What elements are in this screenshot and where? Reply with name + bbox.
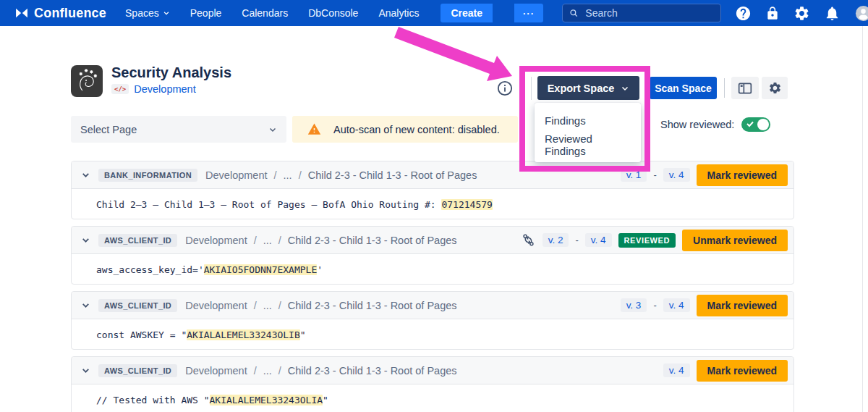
finding-actions: v. 2 - v. 4 REVIEWED Unmark reviewed — [521, 230, 788, 251]
nav-item-spaces[interactable]: Spaces — [125, 7, 170, 19]
nav-item-calendars[interactable]: Calendars — [242, 7, 288, 19]
collapse-chevron-icon[interactable] — [81, 235, 90, 245]
brand-name: Confluence — [34, 6, 106, 21]
breadcrumb: Development / ... / Child 2-3 - Child 1-… — [185, 235, 456, 246]
finding-type-badge: AWS_CLIENT_ID — [98, 234, 177, 247]
show-reviewed-label: Show reviewed: — [660, 119, 734, 130]
page-title: Security Analysis — [111, 64, 231, 81]
breadcrumb: Development / ... / Child 2-3 - Child 1-… — [185, 300, 456, 311]
scrollbar-track-edge — [862, 26, 863, 412]
search-icon — [569, 8, 578, 18]
chevron-down-icon — [621, 84, 629, 93]
info-icon[interactable] — [497, 80, 513, 96]
nav-menu: Spaces People Calendars DbConsole Analyt… — [125, 4, 543, 22]
finding-snippet: aws_access_key_id='AKIAIO5FODNN7EXAMPLE' — [72, 254, 793, 285]
highlighted-secret: AKIALALEMEL33243OLIA — [210, 395, 323, 405]
version-chip[interactable]: v. 3 — [621, 298, 647, 312]
mark-reviewed-button[interactable]: Mark reviewed — [697, 295, 788, 316]
version-chip[interactable]: v. 2 — [542, 233, 569, 247]
finding-group: AWS_CLIENT_ID Development / ... / Child … — [71, 356, 794, 412]
space-settings-button[interactable] — [762, 77, 788, 99]
space-link-development[interactable]: Development — [134, 83, 195, 95]
header-divider — [724, 78, 725, 98]
space-breadcrumb: </> Development — [111, 83, 196, 95]
top-nav: Confluence Spaces People Calendars DbCon… — [0, 0, 868, 26]
unmark-reviewed-button[interactable]: Unmark reviewed — [682, 230, 788, 251]
nav-item-people[interactable]: People — [190, 7, 222, 19]
reviewed-badge: REVIEWED — [618, 233, 676, 248]
autoscan-warning-banner: Auto-scan of new content: disabled. — [292, 116, 518, 143]
lock-icon[interactable] — [765, 5, 780, 22]
gear-icon[interactable] — [793, 5, 810, 22]
nav-more-button[interactable]: ··· — [514, 4, 543, 22]
sidebar-layout-button[interactable] — [731, 77, 759, 99]
sidebar-layout-icon — [738, 82, 752, 95]
select-page-dropdown[interactable]: Select Page — [71, 116, 286, 143]
create-button[interactable]: Create — [441, 4, 493, 22]
code-space-icon: </> — [111, 84, 129, 94]
finding-actions: v. 3 - v. 4 Mark reviewed — [621, 295, 788, 316]
version-chip[interactable]: v. 4 — [663, 168, 690, 182]
highlighted-secret: AKIALALEMEL33243OLIB — [187, 329, 300, 340]
user-avatar[interactable] — [854, 5, 868, 22]
search-input[interactable] — [584, 7, 714, 20]
finding-actions: v. 4 Mark reviewed — [663, 360, 788, 382]
menu-item-findings[interactable]: Findings — [535, 109, 641, 133]
toggle-knob — [757, 119, 769, 130]
nav-right — [562, 4, 868, 22]
breadcrumb: Development / ... / Child 2-3 - Child 1-… — [205, 169, 477, 181]
finding-type-badge: BANK_INFORMATION — [98, 169, 197, 182]
confluence-security-analysis-page: Confluence Spaces People Calendars DbCon… — [0, 0, 868, 412]
export-space-menu: Findings Reviewed Findings — [535, 103, 641, 162]
collapse-chevron-icon[interactable] — [81, 170, 90, 180]
collapse-chevron-icon[interactable] — [81, 366, 90, 375]
show-reviewed-control: Show reviewed: — [660, 117, 770, 132]
confluence-logo-icon — [14, 6, 29, 20]
mark-reviewed-button[interactable]: Mark reviewed — [697, 360, 788, 382]
version-chip[interactable]: v. 1 — [621, 168, 647, 182]
highlighted-secret: AKIAIO5FODNN7EXAMPLE — [204, 264, 318, 275]
scan-space-button[interactable]: Scan Space — [650, 77, 717, 99]
breadcrumb: Development / ... / Child 2-3 - Child 1-… — [185, 365, 456, 377]
finding-type-badge: AWS_CLIENT_ID — [98, 364, 177, 377]
warning-icon — [307, 122, 321, 136]
finding-group: AWS_CLIENT_ID Development / ... / Child … — [71, 226, 794, 285]
version-chip[interactable]: v. 4 — [663, 363, 690, 377]
help-icon[interactable] — [735, 5, 752, 22]
finding-header: AWS_CLIENT_ID Development / ... / Child … — [72, 357, 793, 384]
chevron-down-icon — [268, 125, 277, 134]
confluence-logo[interactable]: Confluence — [14, 6, 106, 21]
finding-header: AWS_CLIENT_ID Development / ... / Child … — [72, 227, 793, 254]
finding-actions: v. 1 - v. 4 Mark reviewed — [621, 164, 788, 186]
version-chip[interactable]: v. 4 — [585, 233, 612, 247]
space-avatar — [71, 65, 103, 97]
finding-type-badge: AWS_CLIENT_ID — [98, 299, 177, 312]
header-divider — [531, 77, 532, 100]
finding-header: AWS_CLIENT_ID Development / ... / Child … — [72, 292, 793, 319]
version-chip[interactable]: v. 4 — [663, 298, 690, 312]
finding-group: AWS_CLIENT_ID Development / ... / Child … — [71, 291, 794, 350]
finding-snippet: // Tested with AWS "AKIALALEMEL33243OLIA… — [72, 384, 793, 412]
show-reviewed-toggle[interactable] — [741, 117, 770, 132]
collapse-chevron-icon[interactable] — [81, 300, 90, 310]
nav-item-analytics[interactable]: Analytics — [378, 7, 419, 19]
finding-header: BANK_INFORMATION Development / ... / Chi… — [72, 161, 793, 189]
finding-group: BANK_INFORMATION Development / ... / Chi… — [71, 161, 794, 219]
highlighted-secret: 071214579 — [441, 199, 492, 210]
menu-item-reviewed-findings[interactable]: Reviewed Findings — [535, 133, 641, 156]
finding-snippet: const AWSKEY = "AKIALALEMEL33243OLIB" — [72, 319, 793, 350]
search-box[interactable] — [562, 4, 721, 22]
chevron-down-icon — [163, 9, 170, 17]
nav-item-dbconsole[interactable]: DbConsole — [308, 7, 358, 19]
check-icon — [746, 119, 754, 128]
mark-reviewed-button[interactable]: Mark reviewed — [697, 164, 788, 186]
notification-bell-icon[interactable] — [824, 5, 841, 22]
export-space-button[interactable]: Export Space — [537, 76, 639, 100]
compare-versions-icon[interactable] — [521, 232, 536, 248]
gear-icon — [768, 81, 782, 95]
finding-snippet: Child 2–3 – Child 1–3 – Root of Pages – … — [72, 189, 793, 219]
space-avatar-art — [72, 67, 101, 96]
